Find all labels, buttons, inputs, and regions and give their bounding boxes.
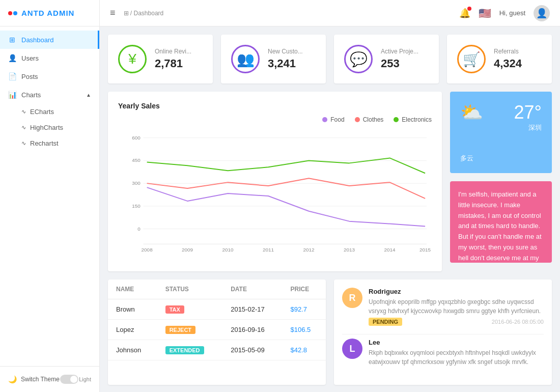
sidebar: ANTD ADMIN ⊞ Dashboard 👤 Users 📄 Posts 📊… — [0, 0, 100, 392]
legend-clothes: Clothes — [355, 116, 384, 123]
lee-name: Lee — [369, 339, 544, 346]
topbar-left: ≡ ⊞ / Dashboard — [110, 8, 163, 18]
user-avatar[interactable]: 👤 — [534, 5, 550, 21]
col-status: STATUS — [157, 279, 223, 299]
sidebar-item-echarts[interactable]: ∿ ECharts — [0, 104, 99, 120]
electronics-dot — [394, 117, 399, 122]
sidebar-item-rechartst[interactable]: ∿ Rechartst — [0, 135, 99, 151]
logo-icon — [8, 11, 17, 15]
rechartst-icon: ∿ — [21, 140, 26, 147]
row-price: $42.8 — [282, 340, 326, 360]
highcharts-label: HighCharts — [30, 124, 63, 131]
referrals-label: Referrals — [494, 48, 542, 55]
weather-icon: ⛅ — [460, 102, 483, 123]
customers-icon: 👥 — [231, 45, 260, 73]
row-status: REJECT — [157, 320, 223, 340]
row-name: Johnson — [108, 340, 157, 360]
echarts-icon: ∿ — [21, 108, 26, 115]
col-price: PRICE — [282, 279, 326, 299]
clothes-dot — [355, 117, 360, 122]
sidebar-item-posts[interactable]: 📄 Posts — [0, 67, 99, 86]
echarts-label: ECharts — [30, 108, 54, 116]
topbar-right: 🔔 🇺🇸 Hi, guest 👤 — [459, 5, 550, 21]
electronics-label: Electronics — [402, 116, 432, 123]
projects-icon: 💬 — [344, 45, 373, 73]
sidebar-item-users[interactable]: 👤 Users — [0, 49, 99, 67]
chevron-up-icon: ▲ — [86, 92, 91, 98]
sidebar-item-charts[interactable]: 📊 Charts ▲ — [0, 86, 99, 104]
switch-theme-label: Switch Theme — [21, 376, 60, 383]
svg-text:600: 600 — [132, 135, 141, 141]
greeting-text: Hi, guest — [499, 9, 525, 17]
customers-label: New Custo... — [268, 48, 316, 55]
referrals-info: Referrals 4,324 — [494, 48, 542, 70]
revenue-info: Online Revi... 2,781 — [155, 48, 203, 70]
row-name: Lopez — [108, 320, 157, 340]
chart-legend: Food Clothes Electronics — [118, 116, 432, 123]
lee-body: Lee Rkph bqbxwkx oyqmlooi pecxbtyxh hftn… — [369, 339, 544, 369]
referrals-icon: 🛒 — [457, 45, 486, 73]
stat-card-referrals: 🛒 Referrals 4,324 — [447, 35, 552, 83]
rodriguez-footer: PENDING 2016-06-26 08:05:00 — [369, 318, 544, 326]
lee-avatar: L — [342, 339, 362, 359]
revenue-value: 2,781 — [155, 57, 203, 70]
svg-text:2008: 2008 — [142, 247, 153, 253]
weather-temp: 27° — [514, 102, 542, 123]
status-badge: TAX — [165, 305, 184, 314]
projects-info: Active Proje... 253 — [381, 48, 429, 70]
avatar-letter: R — [349, 293, 356, 303]
logo-text: ANTD ADMIN — [21, 9, 74, 17]
table-header-row: NAME STATUS DATE PRICE — [108, 279, 326, 299]
sidebar-item-highcharts[interactable]: ∿ HighCharts — [0, 120, 99, 135]
rodriguez-name: Rodriguez — [369, 288, 544, 295]
weather-desc: 多云 — [460, 154, 542, 163]
row-date: 2015-02-17 — [222, 299, 282, 320]
row-price: $106.5 — [282, 320, 326, 340]
projects-label: Active Proje... — [381, 48, 429, 55]
svg-text:450: 450 — [132, 157, 141, 163]
content-area: ¥ Online Revi... 2,781 👥 New Custo... 3,… — [100, 26, 560, 392]
svg-text:2015: 2015 — [419, 247, 431, 253]
yearly-sales-chart-card: Yearly Sales Food Clothes Electronics — [108, 92, 442, 271]
rodriguez-body: Rodriguez Upofnqjnk epoprilb mffgp yqxqz… — [369, 288, 544, 326]
revenue-label: Online Revi... — [155, 48, 203, 55]
home-icon: ⊞ — [124, 10, 129, 17]
stat-card-revenue: ¥ Online Revi... 2,781 — [108, 35, 213, 83]
sidebar-item-dashboard[interactable]: ⊞ Dashboard — [0, 31, 99, 49]
charts-label: Charts — [21, 91, 41, 99]
food-dot — [322, 117, 327, 122]
sidebar-item-label: Dashboard — [21, 36, 54, 44]
sidebar-bottom: 🌙 Switch Theme Light — [0, 366, 99, 392]
orders-table: NAME STATUS DATE PRICE Brown TAX 2015-02… — [108, 279, 326, 360]
rodriguez-status: PENDING — [369, 318, 402, 326]
weather-city: 深圳 — [514, 123, 542, 132]
chart-svg-wrap: 600 450 300 150 0 2008 2009 2010 2011 20… — [118, 127, 432, 261]
charts-submenu: ∿ ECharts ∿ HighCharts ∿ Rechartst — [0, 104, 99, 151]
svg-text:0: 0 — [137, 226, 141, 232]
svg-text:300: 300 — [132, 180, 141, 186]
svg-text:2012: 2012 — [303, 247, 315, 253]
projects-value: 253 — [381, 57, 429, 70]
breadcrumb: ⊞ / Dashboard — [124, 10, 164, 17]
table-row: Brown TAX 2015-02-17 $92.7 — [108, 299, 326, 320]
sidebar-nav: ⊞ Dashboard 👤 Users 📄 Posts 📊 Charts ▲ ∿… — [0, 26, 99, 366]
notification-bell[interactable]: 🔔 — [459, 8, 470, 19]
clothes-label: Clothes — [363, 116, 384, 123]
comment-divider — [342, 334, 544, 334]
theme-toggle[interactable] — [60, 375, 78, 384]
table-row: Johnson EXTENDED 2015-05-09 $42.8 — [108, 340, 326, 360]
sidebar-item-label: Users — [21, 54, 39, 62]
stat-card-projects: 💬 Active Proje... 253 — [334, 35, 439, 83]
rodriguez-text: Upofnqjnk epoprilb mffgp yqxqzbhlo gxegb… — [369, 297, 544, 316]
language-flag[interactable]: 🇺🇸 — [479, 7, 491, 19]
menu-toggle-icon[interactable]: ≡ — [110, 8, 116, 18]
table-row: Lopez REJECT 2016-09-16 $106.5 — [108, 320, 326, 340]
col-name: NAME — [108, 279, 157, 299]
theme-label: Light — [79, 376, 91, 382]
weather-card: ⛅ 27° 深圳 多云 — [450, 92, 552, 173]
logo-dot-blue — [13, 11, 17, 15]
svg-text:2011: 2011 — [263, 247, 274, 253]
customers-info: New Custo... 3,241 — [268, 48, 316, 70]
quote-text: I'm selfish, impatient and a little inse… — [458, 190, 542, 262]
customers-value: 3,241 — [268, 57, 316, 70]
